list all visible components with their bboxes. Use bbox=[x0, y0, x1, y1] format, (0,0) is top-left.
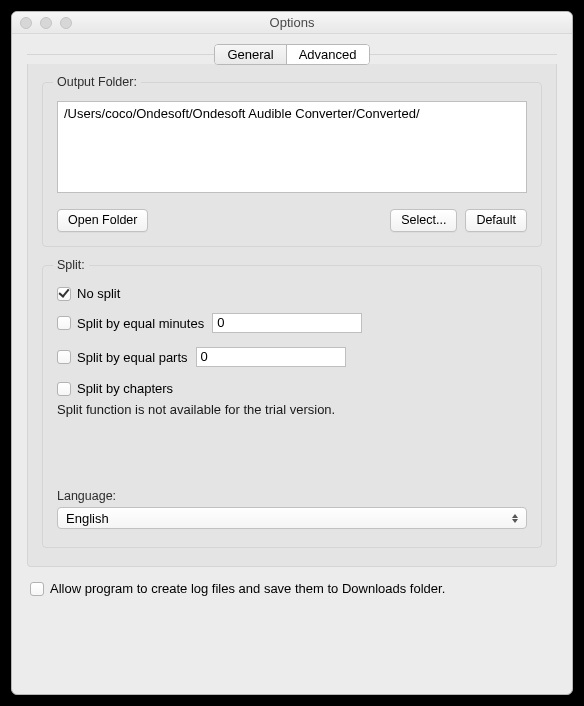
minimize-icon[interactable] bbox=[40, 17, 52, 29]
split-parts-label: Split by equal parts bbox=[77, 350, 188, 365]
no-split-label: No split bbox=[77, 286, 120, 301]
window-controls bbox=[20, 17, 72, 29]
language-popup[interactable]: English bbox=[57, 507, 527, 529]
language-section: Language: English bbox=[57, 489, 527, 529]
language-label: Language: bbox=[57, 489, 527, 503]
advanced-panel: Output Folder: /Users/coco/Ondesoft/Onde… bbox=[27, 64, 557, 567]
split-minutes-checkbox[interactable] bbox=[57, 316, 71, 330]
split-label: Split: bbox=[53, 258, 89, 272]
split-chapters-row: Split by chapters bbox=[57, 381, 527, 396]
log-label: Allow program to create log files and sa… bbox=[50, 581, 445, 596]
tab-general[interactable]: General bbox=[215, 45, 286, 64]
default-folder-button[interactable]: Default bbox=[465, 209, 527, 232]
split-parts-checkbox[interactable] bbox=[57, 350, 71, 364]
tabs-segmented: General Advanced bbox=[214, 44, 369, 65]
output-folder-group: Output Folder: /Users/coco/Ondesoft/Onde… bbox=[42, 82, 542, 247]
zoom-icon[interactable] bbox=[60, 17, 72, 29]
tab-advanced[interactable]: Advanced bbox=[287, 45, 369, 64]
split-group: Split: No split Split by equal minutes 0… bbox=[42, 265, 542, 548]
split-chapters-checkbox[interactable] bbox=[57, 382, 71, 396]
no-split-checkbox[interactable] bbox=[57, 287, 71, 301]
split-note: Split function is not available for the … bbox=[57, 402, 527, 417]
titlebar: Options bbox=[12, 12, 572, 34]
split-chapters-label: Split by chapters bbox=[77, 381, 173, 396]
log-checkbox[interactable] bbox=[30, 582, 44, 596]
split-parts-field[interactable]: 0 bbox=[196, 347, 346, 367]
open-folder-button[interactable]: Open Folder bbox=[57, 209, 148, 232]
options-window: Options General Advanced Output Folder: … bbox=[11, 11, 573, 695]
chevron-up-down-icon bbox=[508, 509, 522, 527]
output-folder-label: Output Folder: bbox=[53, 75, 141, 89]
no-split-row: No split bbox=[57, 286, 527, 301]
split-minutes-row: Split by equal minutes 0 bbox=[57, 313, 527, 333]
language-value: English bbox=[66, 511, 109, 526]
log-option-row: Allow program to create log files and sa… bbox=[30, 581, 554, 596]
window-title: Options bbox=[270, 15, 315, 30]
split-parts-row: Split by equal parts 0 bbox=[57, 347, 527, 367]
select-folder-button[interactable]: Select... bbox=[390, 209, 457, 232]
split-minutes-label: Split by equal minutes bbox=[77, 316, 204, 331]
output-path-field[interactable]: /Users/coco/Ondesoft/Ondesoft Audible Co… bbox=[57, 101, 527, 193]
close-icon[interactable] bbox=[20, 17, 32, 29]
split-minutes-field[interactable]: 0 bbox=[212, 313, 362, 333]
